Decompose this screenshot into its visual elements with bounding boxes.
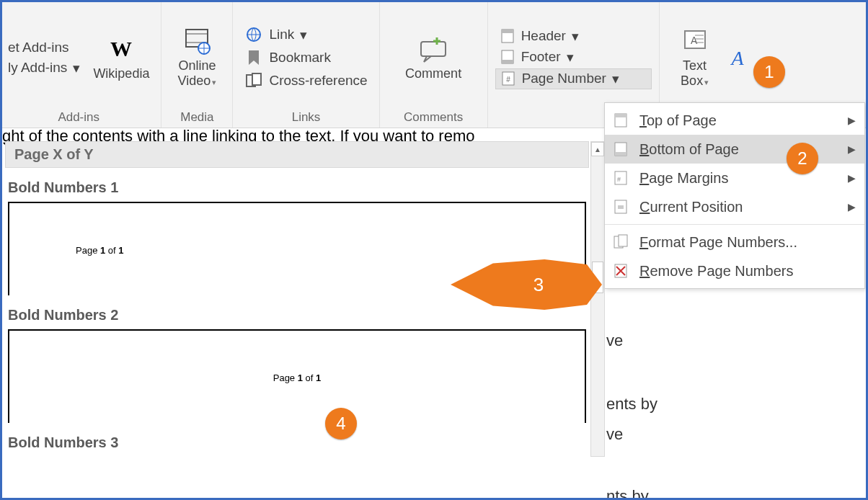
group-label: Links bbox=[292, 110, 321, 126]
menu-label: Format Page Numbers... bbox=[639, 234, 797, 251]
page-number-menu: Top of Page ▶ Bottom of Page ▶ # Page Ma… bbox=[604, 102, 865, 289]
film-globe-icon bbox=[182, 27, 211, 55]
footer-button[interactable]: Footer▾ bbox=[495, 48, 652, 67]
page-number-button[interactable]: # Page Number▾ bbox=[495, 68, 652, 89]
menu-label: Bottom of Page bbox=[639, 141, 739, 158]
page-number-icon: # bbox=[500, 71, 516, 86]
gallery-item-bold-numbers-2[interactable]: Page 1 of 1 bbox=[8, 329, 586, 423]
page-number-sample: Page 1 of 1 bbox=[273, 372, 322, 383]
bookmark-button[interactable]: Bookmark bbox=[240, 47, 371, 68]
text-box-icon: A bbox=[681, 27, 709, 55]
svg-rect-10 bbox=[502, 30, 513, 33]
menu-separator bbox=[605, 224, 864, 225]
work-area: ght of the contents with a line linking … bbox=[2, 128, 866, 498]
scroll-up-button[interactable]: ▲ bbox=[591, 142, 604, 156]
svg-text:W: W bbox=[110, 37, 132, 61]
page-number-sample: Page 1 of 1 bbox=[76, 245, 124, 256]
svg-text:A: A bbox=[691, 35, 698, 46]
get-addins-button[interactable]: et Add-ins bbox=[4, 38, 74, 57]
group-label: Add-ins bbox=[58, 110, 99, 126]
submenu-arrow-icon: ▶ bbox=[848, 172, 856, 184]
letter-a-icon: A bbox=[727, 43, 749, 72]
comment-button[interactable]: Comment bbox=[401, 33, 466, 83]
svg-rect-8 bbox=[421, 42, 446, 56]
menu-label: Top of Page bbox=[639, 112, 717, 129]
svg-rect-28 bbox=[618, 205, 624, 209]
group-label: Comments bbox=[404, 110, 463, 126]
page-bottom-icon bbox=[612, 140, 629, 158]
gallery-item-title: Bold Numbers 1 bbox=[8, 179, 586, 196]
format-page-numbers-icon bbox=[612, 233, 629, 251]
svg-text:#: # bbox=[617, 176, 621, 183]
document-text-fragment: ve bbox=[606, 331, 623, 350]
link-icon bbox=[244, 25, 263, 44]
menu-item-top-of-page[interactable]: Top of Page ▶ bbox=[605, 106, 864, 135]
menu-label: Remove Page Numbers bbox=[639, 263, 793, 280]
svg-rect-12 bbox=[502, 60, 513, 63]
gallery-section-header: Page X of Y bbox=[5, 141, 589, 168]
document-text-fragment: nts by bbox=[606, 487, 649, 500]
bookmark-icon bbox=[244, 48, 263, 67]
callout-badge-4: 4 bbox=[325, 408, 357, 439]
ribbon-group-comments: Comment Comments bbox=[380, 2, 488, 128]
gallery-item-title: Bold Numbers 3 bbox=[8, 434, 586, 451]
wikipedia-button[interactable]: W Wikipedia bbox=[89, 33, 154, 83]
menu-item-page-margins[interactable]: # Page Margins ▶ bbox=[605, 164, 864, 192]
comment-icon bbox=[417, 35, 450, 63]
callout-badge-2: 2 bbox=[787, 143, 818, 174]
cross-reference-button[interactable]: Cross-reference bbox=[240, 70, 371, 91]
cross-reference-icon bbox=[244, 71, 263, 90]
my-addins-button[interactable]: ly Add-ins▾ bbox=[4, 58, 84, 78]
document-text-fragment: ve bbox=[606, 425, 623, 444]
menu-item-bottom-of-page[interactable]: Bottom of Page ▶ bbox=[605, 135, 864, 164]
svg-text:A: A bbox=[730, 47, 744, 69]
svg-text:#: # bbox=[506, 76, 510, 84]
callout-badge-1: 1 bbox=[753, 56, 785, 88]
document-text-fragment: ents by bbox=[606, 395, 657, 414]
quick-parts-button[interactable]: A bbox=[727, 43, 749, 72]
group-label: Media bbox=[180, 110, 213, 126]
header-button[interactable]: Header▾ bbox=[495, 27, 652, 46]
link-button[interactable]: Link▾ bbox=[240, 24, 371, 45]
svg-rect-30 bbox=[619, 235, 627, 246]
page-top-icon bbox=[612, 112, 629, 129]
gallery-scrollbar[interactable]: ▲ bbox=[590, 141, 605, 457]
submenu-arrow-icon: ▶ bbox=[848, 115, 856, 126]
svg-rect-22 bbox=[615, 114, 626, 117]
menu-item-remove-page-numbers[interactable]: Remove Page Numbers bbox=[605, 256, 864, 285]
menu-item-current-position[interactable]: Current Position ▶ bbox=[605, 192, 864, 221]
svg-rect-24 bbox=[615, 152, 626, 156]
wikipedia-icon: W bbox=[107, 35, 136, 63]
remove-page-numbers-icon bbox=[612, 262, 629, 280]
svg-rect-7 bbox=[252, 73, 261, 85]
group-label bbox=[572, 110, 575, 126]
menu-label: Current Position bbox=[639, 199, 743, 215]
page-margins-icon: # bbox=[612, 169, 629, 187]
menu-item-format-page-numbers[interactable]: Format Page Numbers... bbox=[605, 228, 864, 256]
footer-icon bbox=[500, 49, 515, 65]
header-icon bbox=[500, 28, 515, 44]
menu-label: Page Margins bbox=[639, 170, 728, 187]
current-position-icon bbox=[612, 198, 629, 215]
online-video-button[interactable]: Online Video▾ bbox=[169, 25, 225, 89]
submenu-arrow-icon: ▶ bbox=[848, 143, 856, 155]
ribbon-group-links: Link▾ Bookmark Cross-reference Links bbox=[233, 2, 379, 128]
text-box-button[interactable]: A Text Box▾ bbox=[667, 25, 723, 89]
submenu-arrow-icon: ▶ bbox=[848, 201, 856, 213]
ribbon-group-media: Online Video▾ Media bbox=[161, 2, 233, 128]
gallery-item-title: Bold Numbers 2 bbox=[8, 307, 586, 323]
ribbon-group-addins: et Add-ins ly Add-ins▾ W Wikipedia Add-i… bbox=[2, 2, 161, 128]
